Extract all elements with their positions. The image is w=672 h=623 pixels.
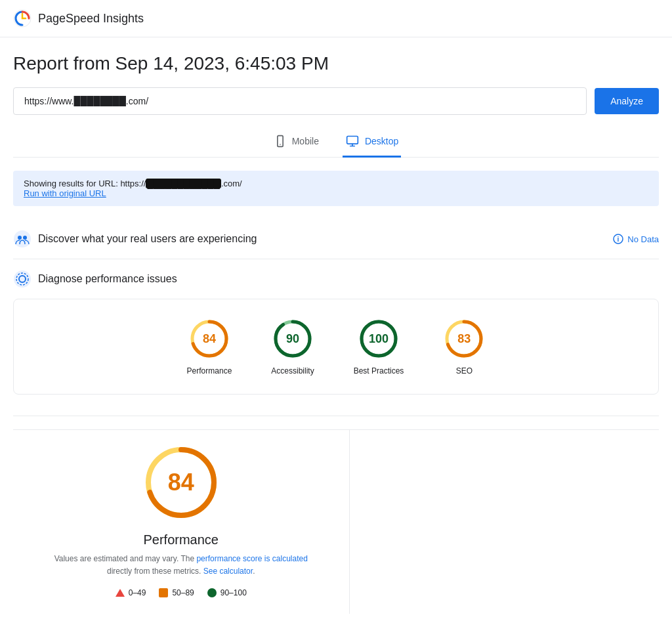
scores-card: 84 Performance 90 Accessibility: [13, 299, 659, 395]
perf-left-panel: 84 Performance Values are estimated and …: [13, 430, 349, 614]
legend-red: 0–49: [116, 588, 146, 597]
url-bar: Analyze: [13, 87, 659, 115]
tab-mobile[interactable]: Mobile: [271, 128, 322, 158]
url-input[interactable]: [13, 87, 587, 115]
best-practices-label: Best Practices: [354, 366, 404, 376]
svg-rect-3: [347, 137, 358, 144]
green-circle-icon: [207, 588, 217, 597]
desktop-tab-label: Desktop: [365, 136, 398, 146]
svg-text:i: i: [618, 236, 620, 243]
pagespeed-logo: [13, 9, 32, 28]
performance-description: Values are estimated and may vary. The p…: [43, 553, 319, 578]
red-triangle-icon: [116, 589, 125, 597]
perf-detail-container: 84 Performance Values are estimated and …: [13, 429, 659, 614]
best-practices-score: 100: [369, 332, 388, 346]
legend-green: 90–100: [207, 588, 247, 597]
accessibility-circle: 90: [272, 318, 314, 360]
performance-big-score: 84: [168, 469, 194, 496]
legend-orange: 50–89: [159, 588, 194, 597]
seo-circle: 83: [443, 318, 485, 360]
run-original-url-link[interactable]: Run with original URL: [24, 188, 106, 198]
red-range: 0–49: [129, 588, 146, 597]
no-data-label: No Data: [627, 234, 659, 244]
best-practices-circle: 100: [358, 318, 400, 360]
performance-detail-section: 84 Performance Values are estimated and …: [13, 416, 659, 623]
real-users-header: Discover what your real users are experi…: [13, 230, 659, 248]
svg-point-2: [280, 144, 281, 145]
mobile-tab-label: Mobile: [292, 136, 319, 146]
performance-score: 84: [203, 332, 216, 346]
app-header: PageSpeed Insights: [0, 0, 672, 37]
tab-desktop[interactable]: Desktop: [343, 128, 401, 158]
accessibility-label: Accessibility: [271, 366, 314, 376]
real-users-section: Discover what your real users are experi…: [13, 219, 659, 259]
perf-score-link[interactable]: performance score is calculated: [196, 554, 307, 563]
accessibility-score: 90: [286, 332, 299, 346]
info-text: Showing results for URL: https://███████…: [24, 179, 242, 188]
real-users-title-row: Discover what your real users are experi…: [13, 230, 257, 248]
desktop-icon: [345, 135, 360, 148]
score-seo[interactable]: 83 SEO: [443, 318, 485, 376]
seo-score: 83: [457, 332, 471, 346]
score-accessibility[interactable]: 90 Accessibility: [271, 318, 314, 376]
perf-right-panel: [350, 430, 660, 614]
masked-url: ████████████: [146, 179, 221, 188]
orange-range: 50–89: [172, 588, 194, 597]
svg-point-4: [14, 230, 31, 247]
performance-big-circle: 84: [142, 443, 220, 522]
device-tabs: Mobile Desktop: [13, 128, 659, 158]
score-performance[interactable]: 84 Performance: [187, 318, 232, 376]
perf-big-circle-container: 84 Performance Values are estimated and …: [26, 430, 336, 608]
mobile-icon: [274, 135, 287, 148]
diagnose-title: Diagnose performance issues: [38, 273, 177, 285]
diagnose-title-row: Diagnose performance issues: [13, 270, 659, 288]
info-icon: i: [613, 234, 623, 244]
real-users-title: Discover what your real users are experi…: [38, 233, 257, 245]
main-content: Report from Sep 14, 2023, 6:45:03 PM Ana…: [0, 37, 672, 623]
performance-detail-title: Performance: [144, 532, 219, 548]
performance-circle: 84: [188, 318, 230, 360]
seo-label: SEO: [456, 366, 472, 376]
info-banner: Showing results for URL: https://███████…: [13, 171, 659, 206]
svg-point-5: [18, 236, 22, 240]
diagnose-icon: [13, 270, 32, 288]
analyze-button[interactable]: Analyze: [595, 88, 659, 114]
diagnose-section: Diagnose performance issues 84 Performan…: [13, 259, 659, 416]
no-data-indicator[interactable]: i No Data: [613, 234, 659, 244]
score-best-practices[interactable]: 100 Best Practices: [354, 318, 404, 376]
orange-square-icon: [159, 588, 168, 597]
green-range: 90–100: [220, 588, 247, 597]
app-title: PageSpeed Insights: [38, 12, 144, 26]
svg-point-6: [23, 236, 27, 240]
calculator-link[interactable]: See calculator: [203, 567, 253, 576]
report-title: Report from Sep 14, 2023, 6:45:03 PM: [13, 53, 659, 74]
users-icon: [13, 230, 32, 248]
performance-label: Performance: [187, 366, 232, 376]
score-legend: 0–49 50–89 90–100: [116, 588, 247, 597]
